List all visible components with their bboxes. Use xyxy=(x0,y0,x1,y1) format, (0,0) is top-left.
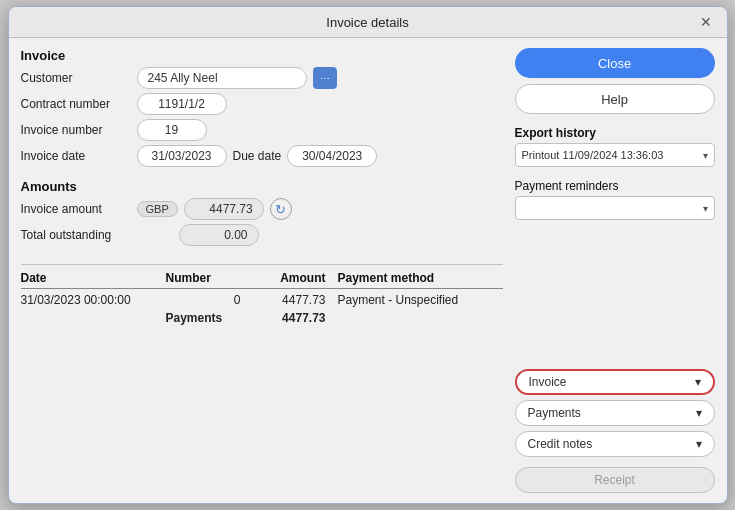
footer-total: 4477.73 xyxy=(241,311,326,325)
invoice-amount-label: Invoice amount xyxy=(21,202,131,216)
payment-reminders-label: Payment reminders xyxy=(515,179,715,193)
customer-row: Customer 245 Ally Neel ⋯ xyxy=(21,67,503,89)
table-row: 31/03/2023 00:00:00 0 4477.73 Payment - … xyxy=(21,291,503,309)
bottom-buttons: Invoice ▾ Payments ▾ Credit notes ▾ Rece… xyxy=(515,369,715,493)
payments-expand-button[interactable]: Payments ▾ xyxy=(515,400,715,426)
col-header-amount: Amount xyxy=(241,271,326,285)
window-close-button[interactable]: ✕ xyxy=(697,13,715,31)
payment-reminders-dropdown[interactable]: ▾ xyxy=(515,196,715,220)
contract-row: Contract number 1191/1/2 xyxy=(21,93,503,115)
invoice-number-label: Invoice number xyxy=(21,123,131,137)
receipt-button: Receipt xyxy=(515,467,715,493)
invoice-section-label: Invoice xyxy=(21,48,503,63)
amounts-section-label: Amounts xyxy=(21,179,503,194)
refresh-button[interactable]: ↻ xyxy=(270,198,292,220)
invoice-amount-input: 4477.73 xyxy=(184,198,264,220)
chevron-down-icon-2: ▾ xyxy=(703,203,708,214)
payment-reminders-section: Payment reminders ▾ xyxy=(515,173,715,220)
invoice-number-value: 19 xyxy=(165,123,178,137)
table-section: Date Number Amount Payment method 31/03/… xyxy=(21,271,503,493)
table-header: Date Number Amount Payment method xyxy=(21,271,503,289)
invoice-amount-value: 4477.73 xyxy=(209,202,252,216)
export-history-label: Export history xyxy=(515,126,715,140)
close-button[interactable]: Close xyxy=(515,48,715,78)
customer-label: Customer xyxy=(21,71,131,85)
invoice-number-row: Invoice number 19 xyxy=(21,119,503,141)
outstanding-value: 0.00 xyxy=(224,228,247,242)
invoice-date-row: Invoice date 31/03/2023 Due date 30/04/2… xyxy=(21,145,503,167)
cell-date-0: 31/03/2023 00:00:00 xyxy=(21,293,166,307)
chevron-down-icon-3: ▾ xyxy=(695,375,701,389)
cell-method-0: Payment - Unspecified xyxy=(326,293,503,307)
payments-expand-label: Payments xyxy=(528,406,581,420)
customer-input: 245 Ally Neel xyxy=(137,67,307,89)
export-history-section: Export history Printout 11/09/2024 13:36… xyxy=(515,126,715,167)
receipt-label: Receipt xyxy=(594,473,635,487)
due-date-label: Due date xyxy=(233,149,282,163)
outstanding-input: 0.00 xyxy=(179,224,259,246)
title-bar: Invoice details ✕ xyxy=(9,7,727,38)
invoice-section: Invoice Customer 245 Ally Neel ⋯ Contrac… xyxy=(21,48,503,171)
dialog-title: Invoice details xyxy=(39,15,697,30)
due-date-value: 30/04/2023 xyxy=(302,149,362,163)
help-button[interactable]: Help xyxy=(515,84,715,114)
credit-notes-expand-label: Credit notes xyxy=(528,437,593,451)
amounts-section: Amounts Invoice amount GBP 4477.73 ↻ Tot… xyxy=(21,179,503,250)
outstanding-label: Total outstanding xyxy=(21,228,131,242)
chevron-down-icon-5: ▾ xyxy=(696,437,702,451)
divider xyxy=(21,264,503,265)
outstanding-row: Total outstanding 0.00 xyxy=(21,224,503,246)
cell-number-0: 0 xyxy=(166,293,241,307)
invoice-date-label: Invoice date xyxy=(21,149,131,163)
col-header-date: Date xyxy=(21,271,166,285)
dots-icon: ⋯ xyxy=(320,73,330,84)
invoice-details-dialog: Invoice details ✕ Invoice Customer 245 A… xyxy=(8,6,728,504)
chevron-down-icon-4: ▾ xyxy=(696,406,702,420)
col-header-number: Number xyxy=(166,271,241,285)
invoice-number-input: 19 xyxy=(137,119,207,141)
contract-label: Contract number xyxy=(21,97,131,111)
currency-badge: GBP xyxy=(137,201,178,217)
contract-input: 1191/1/2 xyxy=(137,93,227,115)
customer-lookup-button[interactable]: ⋯ xyxy=(313,67,337,89)
col-header-method: Payment method xyxy=(326,271,503,285)
customer-value: 245 Ally Neel xyxy=(148,71,218,85)
left-panel: Invoice Customer 245 Ally Neel ⋯ Contrac… xyxy=(21,48,503,493)
invoice-expand-button[interactable]: Invoice ▾ xyxy=(515,369,715,395)
table-footer-row: Payments 4477.73 xyxy=(21,309,503,327)
export-history-dropdown[interactable]: Printout 11/09/2024 13:36:03 ▾ xyxy=(515,143,715,167)
footer-label: Payments xyxy=(166,311,241,325)
credit-notes-expand-button[interactable]: Credit notes ▾ xyxy=(515,431,715,457)
dialog-body: Invoice Customer 245 Ally Neel ⋯ Contrac… xyxy=(9,38,727,503)
due-date-input[interactable]: 30/04/2023 xyxy=(287,145,377,167)
invoice-amount-row: Invoice amount GBP 4477.73 ↻ xyxy=(21,198,503,220)
export-history-value: Printout 11/09/2024 13:36:03 xyxy=(522,149,699,161)
invoice-expand-label: Invoice xyxy=(529,375,567,389)
invoice-date-value: 31/03/2023 xyxy=(151,149,211,163)
right-panel: Close Help Export history Printout 11/09… xyxy=(515,48,715,493)
invoice-date-input[interactable]: 31/03/2023 xyxy=(137,145,227,167)
contract-value: 1191/1/2 xyxy=(158,97,205,111)
cell-amount-0: 4477.73 xyxy=(241,293,326,307)
chevron-down-icon: ▾ xyxy=(703,150,708,161)
